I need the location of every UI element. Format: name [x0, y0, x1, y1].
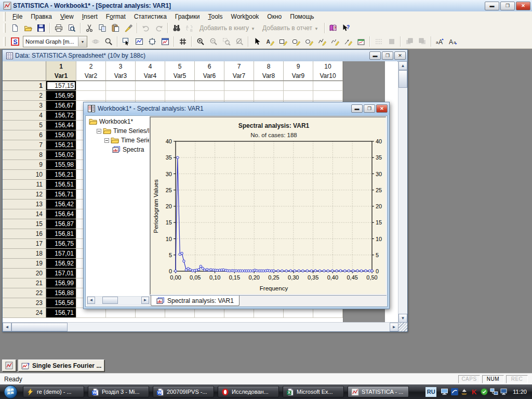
- tray-pc-icon[interactable]: [500, 388, 508, 396]
- cell-var1[interactable]: 156,72: [46, 111, 76, 121]
- cell[interactable]: [136, 91, 165, 101]
- taskbar-button-исследован[interactable]: Исследован...: [218, 386, 279, 397]
- menu-item-правка[interactable]: Правка: [26, 12, 56, 21]
- cell[interactable]: [165, 81, 195, 91]
- cell-var1[interactable]: 157,01: [46, 249, 76, 259]
- grid-icon[interactable]: [176, 35, 189, 48]
- column-header-var1[interactable]: 1Var1: [46, 61, 76, 81]
- taskbar-button-200709ipvs[interactable]: W200709IPVS -...: [153, 386, 214, 397]
- zoom-out-icon[interactable]: [207, 35, 220, 48]
- vertical-scrollbar[interactable]: ▲ ▼: [398, 61, 407, 323]
- menu-item-графики[interactable]: Графики: [171, 12, 204, 21]
- help-book-icon[interactable]: ?: [327, 22, 340, 34]
- row-number[interactable]: 13: [3, 200, 46, 209]
- menu-item-insert[interactable]: Insert: [78, 12, 102, 21]
- fill-icon[interactable]: [385, 35, 398, 48]
- cell-var1[interactable]: 156,71: [46, 308, 76, 318]
- cell-var1[interactable]: 156,02: [46, 150, 76, 160]
- zoom-in-icon[interactable]: [194, 35, 207, 48]
- bring-front-icon[interactable]: [403, 35, 416, 48]
- cell-var1[interactable]: 157,15: [46, 81, 76, 91]
- cell[interactable]: [284, 81, 313, 91]
- column-header-var9[interactable]: 9Var9: [284, 61, 313, 81]
- zoom-off-icon[interactable]: [233, 35, 246, 48]
- cell-var1[interactable]: 156,51: [46, 180, 76, 190]
- find-icon[interactable]: [170, 22, 183, 34]
- row-number[interactable]: 9: [3, 160, 46, 170]
- minimized-statistica-button[interactable]: [2, 360, 16, 371]
- zoom-custom-icon[interactable]: [102, 35, 115, 48]
- cell[interactable]: [313, 81, 343, 91]
- row-number[interactable]: 24: [3, 308, 46, 318]
- menu-item-статистика[interactable]: Статистика: [130, 12, 171, 21]
- cell[interactable]: [254, 308, 284, 318]
- resize-grip[interactable]: [398, 323, 407, 331]
- zoom-sel-icon[interactable]: [220, 35, 233, 48]
- cell[interactable]: [195, 81, 224, 91]
- toolbar2-grip[interactable]: [3, 37, 6, 46]
- select-graph-icon[interactable]: [119, 35, 132, 48]
- row-number[interactable]: 22: [3, 288, 46, 298]
- minimize-button[interactable]: ▬: [485, 2, 499, 10]
- start-button[interactable]: [4, 385, 18, 399]
- rotate-3d-icon[interactable]: [89, 35, 102, 48]
- redo-icon[interactable]: [152, 22, 165, 34]
- print-icon[interactable]: [52, 22, 65, 34]
- cell[interactable]: [254, 81, 284, 91]
- tree-scrollbar[interactable]: ◄ ►: [87, 296, 150, 305]
- polyline-tool-icon[interactable]: [315, 35, 328, 48]
- embed-graph-icon[interactable]: [354, 35, 367, 48]
- row-number[interactable]: 10: [3, 170, 46, 180]
- taskbar-clock[interactable]: 11:20: [513, 389, 527, 395]
- open-folder-icon[interactable]: [21, 22, 34, 34]
- collapse-icon[interactable]: [104, 138, 109, 143]
- cell-var1[interactable]: 156,67: [46, 101, 76, 111]
- cell[interactable]: [106, 308, 136, 318]
- send-back-icon[interactable]: [416, 35, 429, 48]
- cell-var1[interactable]: 156,56: [46, 298, 76, 308]
- toolbar1-grip[interactable]: [3, 23, 6, 33]
- oval-tool-icon[interactable]: [302, 35, 315, 48]
- wb-close-button[interactable]: ✕: [376, 104, 388, 113]
- tree-scroll-thumb[interactable]: [102, 297, 118, 304]
- menu-item-окно[interactable]: Окно: [263, 12, 286, 21]
- tree-item-time-series-fo[interactable]: Time Series/Fo: [86, 126, 149, 136]
- row-number[interactable]: 16: [3, 229, 46, 239]
- cell[interactable]: [313, 308, 343, 318]
- cell-var1[interactable]: 156,92: [46, 259, 76, 269]
- row-number[interactable]: 3: [3, 101, 46, 111]
- column-header-var3[interactable]: 3Var3: [106, 61, 136, 81]
- tree-item-time-series[interactable]: Time Series: [86, 136, 149, 145]
- column-header-var5[interactable]: 5Var5: [165, 61, 195, 81]
- spreadsheet-titlebar[interactable]: Data: STATISTICA Spreadsheet* (10v by 18…: [3, 50, 407, 62]
- context-help-icon[interactable]: ?: [340, 22, 353, 34]
- font-down-icon[interactable]: Aa: [446, 35, 459, 48]
- row-number[interactable]: 6: [3, 130, 46, 140]
- hscroll-thumb[interactable]: [11, 323, 68, 331]
- row-number[interactable]: 7: [3, 140, 46, 150]
- cell-var1[interactable]: 156,64: [46, 209, 76, 219]
- workbook-window[interactable]: Workbook1* - Spectral analysis: VAR1 ▬ ❐…: [83, 102, 390, 309]
- move-graph-icon[interactable]: [145, 35, 158, 48]
- cell[interactable]: [76, 91, 106, 101]
- tray-ship-icon[interactable]: [460, 388, 469, 396]
- column-header-var8[interactable]: 8Var8: [254, 61, 284, 81]
- taskbar-button-microsoft-ex[interactable]: XMicrosoft Ex...: [283, 386, 344, 397]
- row-number[interactable]: 23: [3, 298, 46, 308]
- tray-shield-icon[interactable]: [480, 388, 488, 396]
- cell[interactable]: [284, 91, 313, 101]
- cell-var1[interactable]: 156,09: [46, 130, 76, 140]
- tree-item-workbook1[interactable]: Workbook1*: [86, 117, 149, 126]
- cell[interactable]: [224, 81, 254, 91]
- row-number[interactable]: 2: [3, 91, 46, 101]
- cell[interactable]: [76, 81, 106, 91]
- cut-icon[interactable]: [83, 22, 96, 34]
- row-number[interactable]: 21: [3, 278, 46, 288]
- pointer-icon[interactable]: [250, 35, 263, 48]
- round-tool-icon[interactable]: [289, 35, 302, 48]
- sheet-minimize-button[interactable]: ▬: [369, 51, 381, 60]
- close-button[interactable]: ✕: [516, 2, 530, 10]
- tray-network-icon[interactable]: [490, 388, 498, 396]
- s-badge-icon[interactable]: S: [8, 35, 21, 48]
- cell[interactable]: [284, 308, 313, 318]
